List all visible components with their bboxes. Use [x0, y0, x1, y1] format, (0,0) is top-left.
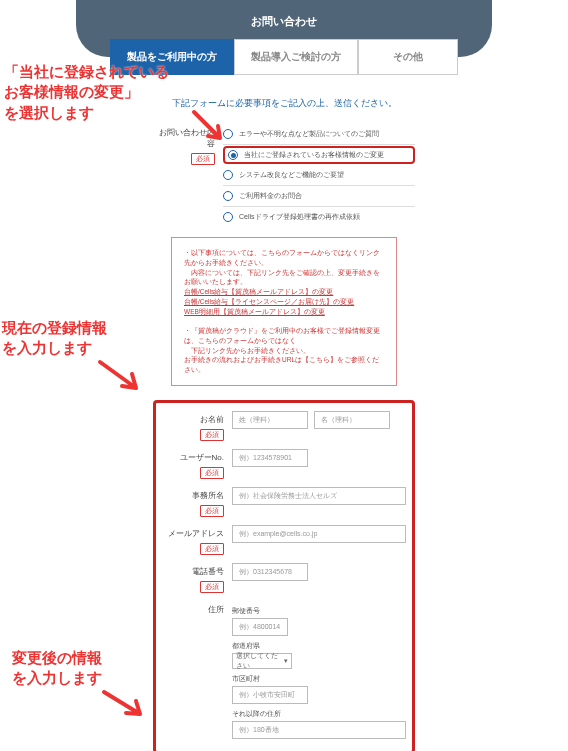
city-input[interactable]: 例）小牧市安田町 [232, 686, 308, 704]
radio-label: 当社にご登録されているお客様情報のご変更 [244, 150, 384, 160]
zip-input[interactable]: 例）4800014 [232, 618, 288, 636]
radio-icon [223, 129, 233, 139]
address-label: 住所 [162, 604, 224, 615]
notice-link[interactable]: WEB明細用【賀茂稿メールアドレス】の変更 [184, 308, 325, 315]
radio-label: ご利用料金のお問合 [239, 191, 302, 201]
pref-select-value: 選択してください [236, 651, 284, 671]
office-label: 事務所名 [162, 490, 224, 501]
name-label: お名前 [162, 414, 224, 425]
tel-input[interactable]: 例）0312345678 [232, 563, 308, 581]
zip-sublabel: 郵便番号 [232, 606, 406, 616]
notice-link[interactable]: 台帳/Cells給与【賀茂稿メールアドレス】の変更 [184, 288, 333, 295]
tab-current-user[interactable]: 製品をご利用中の方 [110, 39, 234, 75]
tab-considering[interactable]: 製品導入ご検討の方 [234, 39, 358, 75]
radio-icon [223, 170, 233, 180]
radio-option-3[interactable]: システム改良などご機能のご要望 [223, 165, 415, 186]
email-label: メールアドレス [162, 528, 224, 539]
rest-sublabel: それ以降の住所 [232, 709, 406, 719]
notice-line: ・以下事項については、こちらのフォームからではなくリンク先からお手続きください。 [184, 248, 384, 268]
notice-link[interactable]: 台帳/Cells給与【ライセンスページ／お届け先】の変更 [184, 298, 354, 305]
pref-select[interactable]: 選択してください ▾ [232, 653, 292, 669]
radio-label: Cellsドライブ登録処理書の再作成依頼 [239, 212, 360, 222]
inquiry-type-label: お問い合わせ内容 [153, 127, 215, 149]
radio-option-2-highlighted[interactable]: 当社にご登録されているお客様情報のご変更 [223, 146, 415, 164]
notice-line: 内容については、下記リンク先をご確認の上、変更手続きをお願いいたします。 [184, 268, 384, 288]
radio-option-5[interactable]: Cellsドライブ登録処理書の再作成依頼 [223, 207, 415, 227]
notice-line: お手続きの流れおよびお手続きURLは【こちら】をご参照ください。 [184, 355, 384, 375]
name-first-input[interactable]: 名（理科） [314, 411, 390, 429]
required-badge: 必須 [200, 467, 224, 479]
radio-option-1[interactable]: エラーや不明な点など製品についてのご質問 [223, 124, 415, 145]
tab-bar: 製品をご利用中の方 製品導入ご検討の方 その他 [0, 39, 568, 75]
city-sublabel: 市区町村 [232, 674, 406, 684]
radio-icon-selected [228, 150, 238, 160]
notice-line: 下記リンク先からお手続きください。 [184, 346, 384, 356]
userno-input[interactable]: 例）1234578901 [232, 449, 308, 467]
tel-label: 電話番号 [162, 566, 224, 577]
annotation-3: 変更後の情報 を入力します [12, 648, 102, 689]
required-badge: 必須 [200, 543, 224, 555]
name-last-input[interactable]: 姓（理科） [232, 411, 308, 429]
userno-label: ユーザーNo. [162, 452, 224, 463]
arrow-icon [100, 688, 150, 728]
radio-label: エラーや不明な点など製品についてのご質問 [239, 129, 379, 139]
office-input[interactable]: 例）社会保険労務士法人セルズ [232, 487, 406, 505]
radio-icon [223, 191, 233, 201]
radio-icon [223, 212, 233, 222]
intro-text: 下記フォームに必要事項をご記入の上、送信ください。 [0, 97, 568, 110]
required-badge: 必須 [200, 581, 224, 593]
required-badge: 必須 [191, 153, 215, 165]
required-badge: 必須 [200, 429, 224, 441]
annotation-2: 現在の登録情報 を入力します [2, 318, 107, 359]
inquiry-type-section: お問い合わせ内容 必須 エラーや不明な点など製品についてのご質問 当社にご登録さ… [153, 124, 415, 386]
arrow-icon [96, 358, 146, 398]
radio-option-4[interactable]: ご利用料金のお問合 [223, 186, 415, 207]
tab-other[interactable]: その他 [358, 39, 458, 75]
notice-box: ・以下事項については、こちらのフォームからではなくリンク先からお手続きください。… [171, 237, 397, 386]
radio-label: システム改良などご機能のご要望 [239, 170, 344, 180]
current-info-section: お名前 必須 姓（理科） 名（理科） ユーザーNo. 必須 例）12345789… [153, 400, 415, 751]
notice-line: ・『賀茂稿がクラウド』をご利用中のお客様でご登録情報変更は、こちらのフォームから… [184, 326, 384, 346]
chevron-down-icon: ▾ [284, 657, 288, 665]
required-badge: 必須 [200, 505, 224, 517]
pref-sublabel: 都道府県 [232, 641, 406, 651]
page-title: お問い合わせ [251, 15, 317, 27]
email-input[interactable]: 例）example@cells.co.jp [232, 525, 406, 543]
rest-input[interactable]: 例）180番地 [232, 721, 406, 739]
